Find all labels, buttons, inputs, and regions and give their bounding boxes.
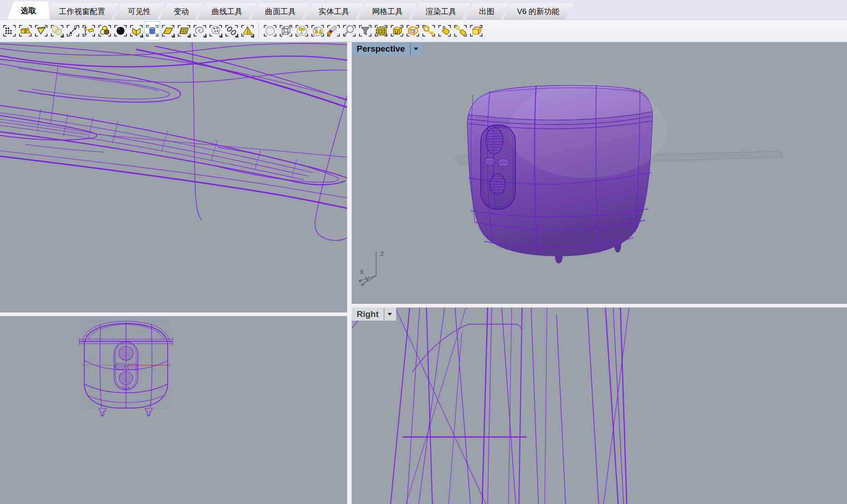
selection-filter-icon xyxy=(358,24,373,38)
toolbar-button-select-black-sphere[interactable] xyxy=(112,21,128,40)
toolbar-button-select-control-points[interactable] xyxy=(144,21,160,40)
select-boundary-box-icon xyxy=(469,24,484,38)
viewport-bottom-left[interactable] xyxy=(0,316,347,504)
select-chain-icon xyxy=(224,24,239,38)
tab-transform[interactable]: 变动 xyxy=(160,3,203,19)
select-tag-hook-icon xyxy=(437,24,452,38)
select-point-clouds-icon xyxy=(208,24,223,38)
tab-viewport-layout[interactable]: 工作视窗配置 xyxy=(45,3,119,19)
tab-mesh-tools[interactable]: 网格工具 xyxy=(358,3,416,19)
toolbar-button-select-key-tag[interactable] xyxy=(452,21,468,40)
select-wire-cube-icon xyxy=(279,24,293,38)
tab-curve-tools[interactable]: 曲线工具 xyxy=(198,3,256,19)
select-cone-brush-icon xyxy=(34,24,48,38)
tab-label: 网格工具 xyxy=(372,6,403,17)
viewport-right[interactable]: Right xyxy=(352,307,847,504)
viewport-perspective[interactable]: z x y Perspective xyxy=(352,42,847,304)
toolbar-button-select-small-objects[interactable] xyxy=(294,21,310,40)
toolbar-button-select-by-color[interactable] xyxy=(97,21,112,40)
toolbar-button-select-fence[interactable] xyxy=(373,21,389,40)
toolbar-divider xyxy=(258,23,259,39)
cplane-axis-gizmo: z x y xyxy=(358,249,384,286)
chevron-down-icon[interactable] xyxy=(387,313,392,316)
tab-render-tools[interactable]: 渲染工具 xyxy=(412,3,470,19)
chevron-down-icon[interactable] xyxy=(414,48,418,50)
toolbar-button-select-hatches[interactable] xyxy=(49,21,65,40)
axis-y-label: y xyxy=(365,274,369,283)
select-paintbrush-icon xyxy=(326,24,341,38)
select-fence-icon xyxy=(374,24,388,38)
select-hatches-icon xyxy=(50,24,64,38)
viewport-label-right[interactable]: Right xyxy=(352,307,396,321)
select-control-points-icon xyxy=(145,24,160,38)
toolbar-button-select-crossing-window[interactable] xyxy=(405,21,421,40)
select-crossing-window-icon xyxy=(406,24,420,38)
tab-label: 变动 xyxy=(174,6,189,17)
toolbar-button-select-open-polysurface[interactable] xyxy=(128,21,144,40)
toolbar-button-select-chain[interactable] xyxy=(223,21,239,40)
viewport-title: Perspective xyxy=(357,44,405,54)
toolbar-button-select-surfaces[interactable] xyxy=(160,21,176,40)
select-by-color-icon xyxy=(97,24,112,38)
toolbar-button-select-zoom[interactable] xyxy=(341,21,357,40)
toolbar-button-selection-filter[interactable] xyxy=(357,21,373,40)
toolbar-button-select-curves-spiral[interactable] xyxy=(192,21,208,40)
toolbar-button-select-volume-u[interactable] xyxy=(389,21,405,40)
toolbar-button-select-paintbrush[interactable] xyxy=(325,21,341,40)
tab-label: 曲面工具 xyxy=(265,6,296,17)
tab-visibility[interactable]: 可见性 xyxy=(114,3,165,19)
select-volume-u-icon xyxy=(390,24,404,38)
select-small-objects-icon xyxy=(295,24,309,38)
toolbar-button-select-sphere[interactable] xyxy=(262,21,278,40)
tab-new-in-v6[interactable]: V6 的新功能 xyxy=(503,3,573,19)
toolbar xyxy=(0,20,847,42)
wireframe-curves-top-left xyxy=(0,42,347,312)
toolbar-button-select-cone-brush[interactable] xyxy=(33,21,49,40)
toolbar-button-select-points[interactable] xyxy=(1,21,17,40)
select-sphere-icon xyxy=(263,24,277,38)
toolbar-button-select-key[interactable] xyxy=(421,21,436,40)
tab-drafting[interactable]: 出图 xyxy=(465,3,508,19)
select-lasso-icon xyxy=(310,24,325,38)
ribbon-tabbar: 选取工作视窗配置可见性变动曲线工具曲面工具实体工具网格工具渲染工具出图V6 的新… xyxy=(0,0,847,20)
viewport-top-left[interactable] xyxy=(0,42,347,312)
toolbar-button-select-wire-cube[interactable] xyxy=(278,21,294,40)
select-polysurfaces-icon xyxy=(240,24,255,38)
select-open-polysurface-icon xyxy=(129,24,144,38)
tab-select[interactable]: 选取 xyxy=(7,1,50,19)
toolbar-button-select-objects[interactable] xyxy=(17,21,33,40)
tab-label: 工作视窗配置 xyxy=(59,6,105,17)
select-key-tag-icon xyxy=(453,24,468,38)
rhino-application-window: 选取工作视窗配置可见性变动曲线工具曲面工具实体工具网格工具渲染工具出图V6 的新… xyxy=(0,0,847,504)
select-points-icon xyxy=(2,24,17,38)
select-surfaces-icon xyxy=(161,24,175,38)
select-stretch-icon xyxy=(82,24,96,38)
axis-x-label: x xyxy=(360,267,364,276)
toolbar-button-select-boundary-box[interactable] xyxy=(468,21,484,40)
tab-surface-tools[interactable]: 曲面工具 xyxy=(252,3,310,19)
select-black-sphere-icon xyxy=(113,24,128,38)
select-key-icon xyxy=(421,24,436,38)
cooker-control-panel xyxy=(481,125,515,209)
tab-label: 出图 xyxy=(479,6,494,17)
tab-label: V6 的新功能 xyxy=(517,6,560,17)
wireframe-front-view xyxy=(0,316,347,504)
viewport-label-divider xyxy=(384,307,384,321)
toolbar-button-select-move-handles[interactable] xyxy=(65,21,81,40)
toolbar-button-select-stretch[interactable] xyxy=(81,21,97,40)
tab-solid-tools[interactable]: 实体工具 xyxy=(305,3,363,19)
axis-z-label: z xyxy=(380,249,384,258)
toolbar-button-select-polysurfaces[interactable] xyxy=(239,21,255,40)
toolbar-button-select-meshes[interactable] xyxy=(176,21,192,40)
tab-label: 实体工具 xyxy=(319,6,349,17)
toolbar-button-select-tag-hook[interactable] xyxy=(436,21,452,40)
viewport-label-perspective[interactable]: Perspective xyxy=(352,42,422,55)
select-curves-spiral-icon xyxy=(193,24,207,38)
wireframe-curves-right-view xyxy=(352,307,847,504)
select-objects-icon xyxy=(18,24,33,38)
toolbar-button-select-lasso[interactable] xyxy=(310,21,325,40)
select-meshes-icon xyxy=(177,24,191,38)
select-move-handles-icon xyxy=(66,24,80,38)
tab-label: 曲线工具 xyxy=(212,6,242,17)
toolbar-button-select-point-clouds[interactable] xyxy=(208,21,223,40)
